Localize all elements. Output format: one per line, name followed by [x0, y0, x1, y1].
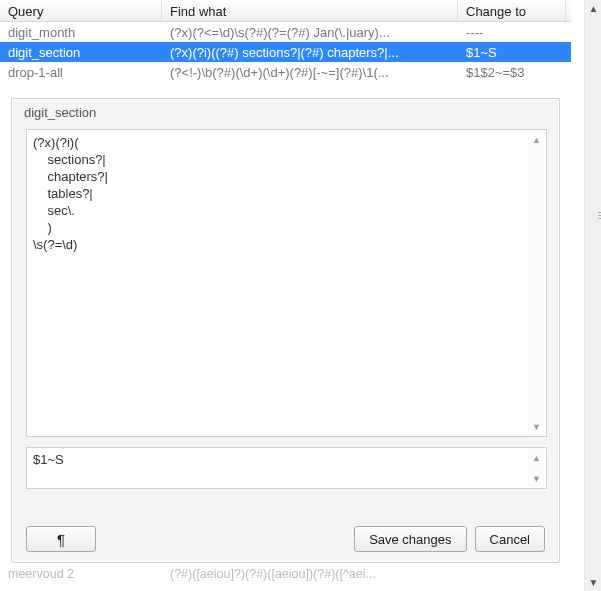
find-textarea[interactable]: (?x)(?i)( sections?| chapters?| tables?|… — [33, 134, 524, 432]
replace-textarea[interactable]: $1~S — [33, 452, 524, 484]
col-header-change[interactable]: Change to — [458, 0, 566, 21]
cell-change: $1~S — [458, 42, 566, 62]
dialog-title: digit_section — [12, 99, 559, 128]
query-grid: Query Find what Change to digit_month (?… — [0, 0, 571, 100]
table-row[interactable]: digit_section (?x)(?i)((?#) sections?|(?… — [0, 42, 571, 62]
obscured-row: meervoud 2 (?#)([aeiou]?)(?#)([aeiou])(?… — [0, 563, 571, 591]
scroll-down-icon[interactable]: ▼ — [585, 574, 601, 591]
replace-textarea-wrap: $1~S ▲ ▼ — [26, 447, 547, 489]
scroll-up-icon[interactable]: ▲ — [528, 131, 545, 148]
find-textarea-wrap: (?x)(?i)( sections?| chapters?| tables?|… — [26, 129, 547, 437]
grid-header: Query Find what Change to — [0, 0, 571, 22]
cell-find: (?<!-)\b(?#)(\d+)(\d+)(?#)[-~=](?#)\1(..… — [162, 62, 458, 82]
table-row[interactable]: drop-1-all (?<!-)\b(?#)(\d+)(\d+)(?#)[-~… — [0, 62, 571, 82]
table-row[interactable]: digit_month (?x)(?<=\d)\s(?#)(?=(?#) Jan… — [0, 22, 571, 42]
cell-find: (?x)(?i)((?#) sections?|(?#) chapters?|.… — [162, 42, 458, 62]
cell-change: ---- — [458, 22, 566, 42]
save-button[interactable]: Save changes — [354, 526, 466, 552]
edit-query-dialog: digit_section (?x)(?i)( sections?| chapt… — [11, 98, 560, 563]
scroll-down-icon[interactable]: ▼ — [528, 418, 545, 435]
cell-query: digit_section — [0, 42, 162, 62]
cell-change: $1$2~=$3 — [458, 62, 566, 82]
scroll-up-icon[interactable]: ▲ — [585, 0, 601, 17]
grid-body: digit_month (?x)(?<=\d)\s(?#)(?=(?#) Jan… — [0, 22, 571, 82]
col-header-find[interactable]: Find what — [162, 0, 458, 21]
replace-scrollbar[interactable]: ▲ ▼ — [528, 449, 545, 487]
scroll-down-icon[interactable]: ▼ — [528, 470, 545, 487]
cell-find: (?x)(?<=\d)\s(?#)(?=(?#) Jan(\.|uary)... — [162, 22, 458, 42]
scroll-up-icon[interactable]: ▲ — [528, 449, 545, 466]
toggle-whitespace-button[interactable]: ¶ — [26, 526, 96, 552]
scroll-grip-icon[interactable] — [597, 195, 601, 235]
dialog-button-row: ¶ Save changes Cancel — [26, 526, 545, 552]
col-header-query[interactable]: Query — [0, 0, 162, 21]
cancel-button[interactable]: Cancel — [475, 526, 545, 552]
find-scrollbar[interactable]: ▲ ▼ — [528, 131, 545, 435]
vertical-scrollbar[interactable]: ▲ ▼ — [584, 0, 601, 591]
cell-query: digit_month — [0, 22, 162, 42]
obscured-find: (?#)([aeiou]?)(?#)([aeiou])(?#)([^aei... — [170, 567, 376, 591]
cell-query: drop-1-all — [0, 62, 162, 82]
obscured-query: meervoud 2 — [8, 567, 170, 591]
